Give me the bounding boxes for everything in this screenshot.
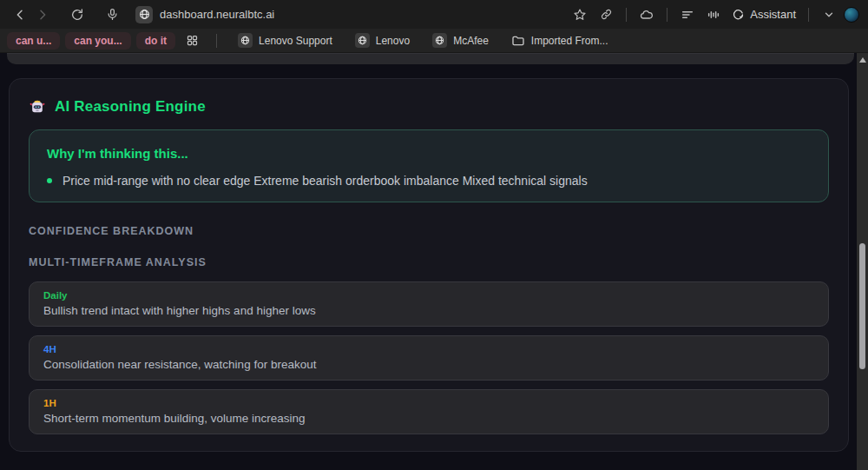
bookmark-label: Lenovo Support bbox=[259, 35, 332, 47]
tab-group-pill[interactable]: can you... bbox=[65, 32, 130, 50]
browser-toolbar: dashboard.neuralbtc.ai Assistant bbox=[0, 0, 868, 29]
timeframe-text: Consolidation near resistance, watching … bbox=[43, 358, 814, 371]
section-confidence-breakdown: CONFIDENCE BREAKDOWN bbox=[29, 225, 829, 237]
microphone-icon[interactable] bbox=[101, 4, 123, 25]
scrollbar-thumb[interactable] bbox=[859, 243, 865, 369]
toolbar-separator bbox=[808, 8, 809, 22]
timeframe-text: Short-term momentum building, volume inc… bbox=[43, 412, 814, 425]
forward-icon[interactable] bbox=[31, 4, 54, 25]
bookmarks-separator bbox=[216, 34, 217, 48]
bookmark-label: Imported From... bbox=[531, 35, 608, 47]
bookmark-label: McAfee bbox=[453, 35, 489, 47]
reading-list-icon[interactable] bbox=[676, 4, 699, 25]
site-globe-icon bbox=[135, 6, 153, 23]
timeframe-label: 1H bbox=[43, 398, 814, 408]
chevron-down-icon[interactable] bbox=[818, 4, 840, 25]
timeframe-card-1h: 1H Short-term momentum building, volume … bbox=[29, 389, 829, 434]
timeframe-label: Daily bbox=[43, 290, 814, 301]
bullet-dot-icon bbox=[47, 178, 52, 183]
reload-icon[interactable] bbox=[66, 4, 89, 25]
bookmark-mcafee[interactable]: McAfee bbox=[424, 31, 497, 50]
page-viewport: AI Reasoning Engine Why I'm thinking thi… bbox=[0, 53, 868, 470]
toolbar-separator bbox=[667, 8, 667, 22]
globe-icon bbox=[432, 33, 447, 48]
page-title: AI Reasoning Engine bbox=[55, 98, 206, 116]
robot-icon bbox=[29, 98, 46, 116]
bookmark-lenovo-support[interactable]: Lenovo Support bbox=[229, 31, 341, 50]
timeframe-card-daily: Daily Bullish trend intact with higher h… bbox=[29, 281, 829, 327]
globe-icon bbox=[238, 33, 253, 48]
panel-header: AI Reasoning Engine bbox=[29, 98, 829, 116]
bookmark-imported-folder[interactable]: Imported From... bbox=[503, 32, 617, 50]
globe-icon bbox=[355, 33, 370, 48]
timeframe-label: 4H bbox=[43, 344, 814, 354]
ai-reasoning-panel: AI Reasoning Engine Why I'm thinking thi… bbox=[9, 78, 849, 452]
timeframe-card-4h: 4H Consolidation near resistance, watchi… bbox=[29, 335, 829, 381]
bookmark-label: Lenovo bbox=[376, 35, 410, 47]
vertical-scrollbar[interactable] bbox=[857, 53, 868, 470]
bookmark-lenovo[interactable]: Lenovo bbox=[346, 31, 418, 50]
section-multi-timeframe: MULTI-TIMEFRAME ANALYSIS bbox=[29, 256, 829, 268]
profile-avatar[interactable] bbox=[844, 7, 859, 23]
folder-icon bbox=[511, 34, 525, 48]
reasoning-box: Why I'm thinking this... Price mid-range… bbox=[29, 129, 829, 202]
voice-waveform-icon[interactable] bbox=[702, 4, 725, 25]
back-icon[interactable] bbox=[9, 4, 31, 25]
tab-group-pill[interactable]: can u... bbox=[7, 32, 60, 50]
assistant-swirl-icon bbox=[732, 8, 745, 21]
tab-group-pill[interactable]: do it bbox=[136, 32, 175, 50]
assistant-button[interactable]: Assistant bbox=[728, 8, 799, 21]
assistant-label: Assistant bbox=[750, 8, 796, 21]
previous-section-card-partial bbox=[7, 53, 854, 64]
scroll-up-arrow-icon[interactable] bbox=[859, 57, 866, 63]
bookmarks-bar: can u... can you... do it Lenovo Support… bbox=[0, 29, 868, 53]
reasoning-bullet: Price mid-range with no clear edge Extre… bbox=[47, 174, 811, 188]
reasoning-box-title: Why I'm thinking this... bbox=[47, 146, 811, 161]
extensions-cloud-icon[interactable] bbox=[635, 4, 658, 25]
reasoning-bullet-text: Price mid-range with no clear edge Extre… bbox=[62, 174, 588, 188]
grid-icon[interactable] bbox=[181, 34, 204, 47]
timeframe-list: Daily Bullish trend intact with higher h… bbox=[29, 281, 829, 434]
bookmark-star-icon[interactable] bbox=[569, 4, 591, 25]
address-bar[interactable]: dashboard.neuralbtc.ai bbox=[135, 3, 569, 26]
toolbar-separator bbox=[626, 8, 627, 22]
url-text: dashboard.neuralbtc.ai bbox=[160, 8, 274, 21]
copy-link-icon[interactable] bbox=[595, 4, 617, 25]
timeframe-text: Bullish trend intact with higher highs a… bbox=[43, 304, 814, 317]
